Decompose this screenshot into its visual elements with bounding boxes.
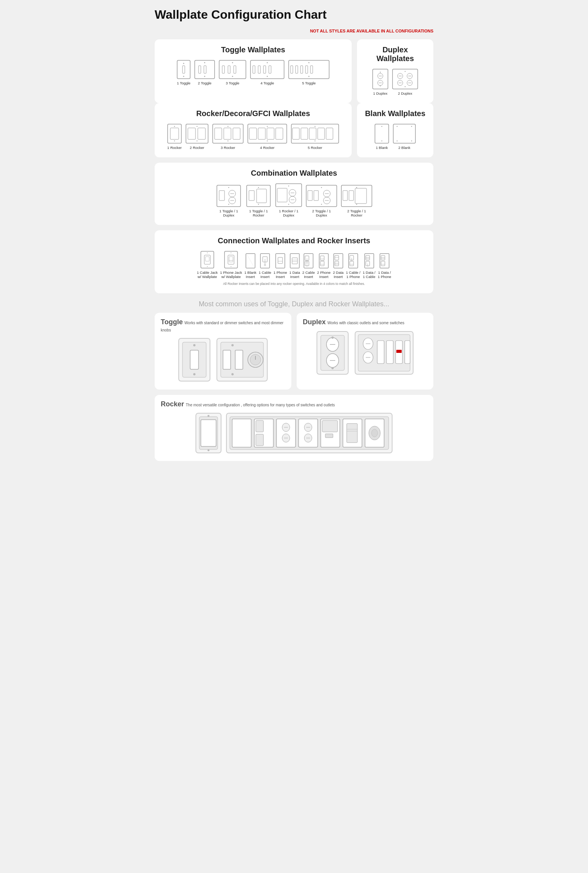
svg-point-106: [288, 204, 289, 205]
duplex-wallplates-card: Duplex Wallplates 1 Duplex: [357, 39, 433, 103]
svg-point-29: [309, 76, 310, 77]
toggle-section-title: Toggle Wallplates: [162, 45, 344, 54]
svg-rect-81: [393, 124, 415, 143]
svg-point-47: [405, 86, 406, 87]
cable-insert-label: 1 Cable Insert: [259, 270, 271, 279]
connection-note: All Rocker Inserts can be placed into an…: [162, 282, 426, 286]
svg-point-97: [258, 187, 259, 188]
list-item: 2 Phone Insert: [317, 253, 330, 279]
cable-insert-icon: [260, 253, 270, 269]
duplex-use-multi-icon: [354, 330, 415, 376]
svg-rect-222: [256, 434, 263, 446]
list-item: 1 Data / 1 Phone: [378, 253, 391, 279]
svg-point-215: [208, 415, 210, 417]
svg-point-83: [411, 126, 412, 127]
svg-rect-235: [325, 434, 333, 438]
svg-rect-99: [276, 184, 302, 207]
svg-point-192: [231, 373, 234, 375]
list-item: 1 Phone Jack w/ Wallplate: [220, 251, 242, 279]
duplex-section-title: Duplex Wallplates: [365, 45, 426, 63]
list-item: 2 Toggle / 1 Duplex: [305, 184, 338, 217]
toggle-4-label: 4 Toggle: [260, 81, 274, 85]
svg-rect-57: [213, 124, 243, 143]
svg-rect-221: [256, 420, 263, 432]
list-item: 1 Data Insert: [289, 253, 300, 279]
svg-rect-187: [235, 350, 243, 369]
rocker-5-icon: [291, 123, 339, 144]
svg-rect-127: [225, 251, 237, 268]
list-item: 2 Cable Insert: [302, 253, 315, 279]
svg-point-131: [231, 252, 231, 253]
rocker-1-icon: [167, 123, 182, 144]
toggle-use-card: Toggle Works with standard or dimmer swi…: [155, 313, 291, 390]
svg-rect-122: [201, 251, 214, 268]
data-phone-insert-label: 1 Data / 1 Phone: [378, 270, 391, 279]
svg-point-85: [411, 141, 412, 142]
svg-point-200: [331, 367, 334, 369]
list-item: 1 Cable Jack w/ Wallplate: [197, 251, 218, 279]
svg-rect-138: [276, 254, 285, 268]
svg-point-7: [204, 62, 205, 63]
data-2-insert-icon: [333, 253, 344, 269]
toggle-wallplates-card: Toggle Wallplates 1 Toggle: [155, 39, 352, 103]
svg-point-62: [228, 141, 229, 142]
svg-point-79: [381, 126, 383, 127]
header: Wallplate Configuration Chart NOT ALL ST…: [155, 8, 433, 33]
svg-rect-234: [322, 420, 338, 432]
warning-text: NOT ALL STYLES ARE AVAILABLE IN ALL CONF…: [310, 29, 433, 33]
list-item: 5 Rocker: [291, 123, 339, 150]
list-item: 2 Toggle: [194, 60, 215, 85]
toggle-2-icon: [194, 60, 215, 79]
combo-1r1d-icon: [275, 183, 302, 207]
list-item: 3 Toggle: [218, 60, 247, 85]
rocker-use-title: Rocker The most versatile configuration …: [161, 400, 427, 408]
combination-items: 1 Toggle / 1 Duplex 1 Toggle / 1 Rocker: [162, 183, 426, 217]
duplex-use-title-bold: Duplex: [303, 318, 326, 326]
phone-jack-wallplate-label: 1 Phone Jack w/ Wallplate: [220, 270, 242, 279]
combo-1t1d-label: 1 Toggle / 1 Duplex: [215, 209, 242, 217]
blank-1-label: 1 Blank: [376, 146, 388, 150]
list-item: 4 Rocker: [247, 123, 288, 150]
svg-rect-37: [393, 69, 418, 89]
list-item: 5 Toggle: [288, 60, 330, 85]
svg-rect-94: [247, 185, 270, 207]
svg-point-8: [204, 76, 205, 77]
combo-2t1d-icon: [305, 184, 338, 207]
svg-point-50: [174, 126, 175, 127]
rocker-section-title: Rocker/Decora/GFCI Wallplates: [162, 109, 344, 118]
list-item: 1 Blank Insert: [244, 253, 257, 279]
svg-rect-52: [186, 124, 208, 143]
svg-rect-208: [386, 341, 393, 364]
svg-point-76: [315, 126, 316, 127]
rocker-1-label: 1 Rocker: [167, 146, 182, 150]
combo-1t1r-icon: [246, 184, 271, 207]
duplex-items: 1 Duplex 2 Duplex: [365, 68, 426, 95]
svg-point-35: [380, 72, 381, 73]
list-item: 2 Blank: [393, 123, 416, 150]
rocker-2-icon: [185, 123, 209, 144]
blank-2-icon: [393, 123, 416, 144]
duplex-use-card: Duplex Works with classic outlets and so…: [297, 313, 433, 390]
list-item: 2 Duplex: [392, 68, 418, 95]
svg-point-56: [197, 141, 198, 142]
duplex-1-label: 1 Duplex: [373, 91, 388, 95]
toggle-4-icon: [250, 60, 285, 79]
svg-point-105: [288, 186, 289, 187]
svg-rect-219: [232, 419, 251, 447]
duplex-use-subtitle: Works with classic outlets and some swit…: [327, 321, 404, 325]
duplex-1-icon: [372, 68, 389, 90]
blank-insert-label: 1 Blank Insert: [244, 270, 257, 279]
phone-2-insert-label: 2 Phone Insert: [317, 270, 330, 279]
svg-point-13: [232, 62, 233, 63]
combination-title: Combination Wallplates: [162, 169, 426, 178]
combo-2t1r-icon: [341, 184, 373, 207]
rocker-wallplates-card: Rocker/Decora/GFCI Wallplates 1 Rocker: [155, 103, 352, 157]
list-item: 1 Data / 1 Cable: [363, 253, 375, 279]
svg-point-216: [208, 449, 210, 451]
toggle-5-label: 5 Toggle: [302, 81, 316, 85]
svg-point-191: [231, 344, 234, 346]
list-item: 1 Toggle / 1 Rocker: [245, 184, 272, 217]
blank-2-label: 2 Blank: [398, 146, 410, 150]
list-item: 3 Rocker: [212, 123, 244, 150]
list-item: 1 Rocker / 1 Duplex: [275, 183, 302, 217]
